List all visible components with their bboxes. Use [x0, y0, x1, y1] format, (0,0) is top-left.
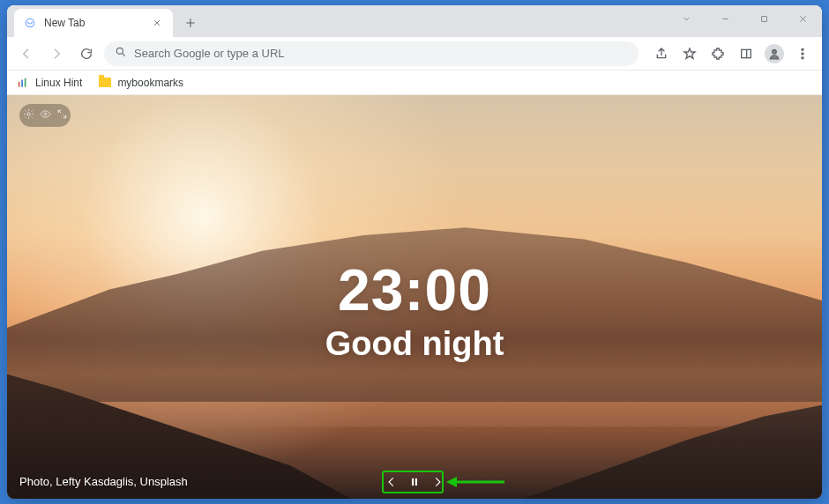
forward-button[interactable]	[44, 41, 69, 66]
window-controls	[667, 5, 822, 32]
svg-marker-16	[446, 477, 457, 487]
browser-window: New Tab	[7, 5, 822, 499]
tab-strip: New Tab	[7, 5, 822, 37]
svg-point-6	[802, 52, 803, 54]
extensions-button[interactable]	[706, 41, 730, 66]
search-icon	[115, 46, 127, 61]
bookmark-label: Linux Hint	[35, 77, 82, 89]
window-maximize-button[interactable]	[744, 5, 783, 32]
svg-point-0	[26, 19, 34, 26]
clock-time: 23:00	[7, 256, 822, 323]
profile-button[interactable]	[762, 41, 787, 66]
svg-point-5	[802, 48, 803, 50]
bookmark-star-button[interactable]	[677, 41, 702, 66]
svg-rect-10	[25, 78, 26, 86]
bookmarks-bar: Linux Hint mybookmarks	[7, 70, 822, 95]
back-button[interactable]	[14, 41, 39, 66]
photo-credit: Photo, Lefty Kasdaglis, Unsplash	[19, 475, 188, 488]
newtab-content: 23:00 Good night Photo, Lefty Kasdaglis,…	[7, 95, 822, 499]
svg-rect-14	[415, 478, 417, 485]
tab-active[interactable]: New Tab	[14, 9, 173, 37]
clock-greeting: Good night	[7, 325, 822, 363]
svg-point-7	[802, 56, 803, 58]
window-minimize-button[interactable]	[706, 5, 744, 32]
tab-close-button[interactable]	[150, 16, 164, 30]
svg-rect-9	[21, 79, 23, 86]
svg-rect-1	[761, 16, 766, 21]
tab-search-button[interactable]	[667, 5, 706, 32]
reload-button[interactable]	[74, 41, 99, 66]
svg-point-2	[116, 48, 123, 54]
folder-icon	[98, 76, 112, 90]
svg-point-11	[26, 113, 29, 115]
window-close-button[interactable]	[783, 5, 822, 32]
annotation-arrow-icon	[444, 474, 506, 490]
gear-icon	[23, 107, 34, 123]
svg-rect-13	[412, 478, 414, 485]
pause-wallpaper-button[interactable]	[407, 474, 422, 490]
side-panel-button[interactable]	[734, 41, 758, 66]
prev-wallpaper-button[interactable]	[384, 474, 400, 490]
new-tab-button[interactable]	[178, 11, 203, 35]
site-icon	[16, 76, 30, 90]
next-wallpaper-button[interactable]	[429, 474, 445, 490]
svg-rect-8	[19, 81, 20, 86]
expand-icon	[56, 107, 68, 123]
bookmark-mybookmarks[interactable]: mybookmarks	[98, 76, 183, 90]
toolbar: Search Google or type a URL	[7, 37, 822, 70]
wallpaper-nav	[384, 474, 445, 490]
omnibox-placeholder: Search Google or type a URL	[134, 47, 285, 60]
settings-pill[interactable]	[19, 104, 71, 127]
clock-widget: 23:00 Good night	[7, 256, 822, 363]
bookmark-linux-hint[interactable]: Linux Hint	[16, 76, 82, 90]
svg-point-4	[773, 49, 777, 54]
tab-title: New Tab	[44, 17, 143, 29]
toolbar-right	[649, 41, 815, 66]
share-button[interactable]	[649, 41, 674, 66]
bookmark-label: mybookmarks	[117, 77, 183, 89]
svg-point-12	[44, 113, 47, 115]
avatar-icon	[765, 44, 784, 63]
tab-favicon-icon	[23, 16, 37, 30]
menu-button[interactable]	[790, 41, 815, 66]
omnibox[interactable]: Search Google or type a URL	[104, 41, 639, 66]
eye-icon	[40, 107, 51, 123]
